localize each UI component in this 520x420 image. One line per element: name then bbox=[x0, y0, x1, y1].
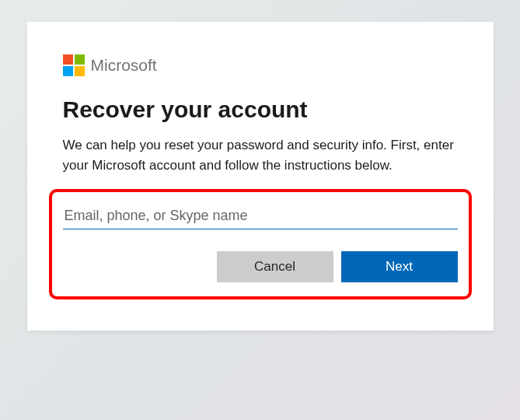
account-input[interactable] bbox=[63, 203, 458, 229]
brand-name: Microsoft bbox=[91, 56, 157, 75]
logo-square-red bbox=[63, 54, 73, 65]
logo-square-green bbox=[75, 54, 85, 65]
brand-row: Microsoft bbox=[63, 54, 458, 76]
signin-card: Microsoft Recover your account We can he… bbox=[27, 22, 494, 331]
button-row: Cancel Next bbox=[63, 251, 458, 282]
page-description: We can help you reset your password and … bbox=[63, 135, 458, 175]
microsoft-logo-icon bbox=[63, 54, 85, 76]
annotation-highlight: Cancel Next bbox=[49, 189, 472, 299]
logo-square-blue bbox=[63, 66, 73, 76]
next-button[interactable]: Next bbox=[341, 251, 458, 282]
page-title: Recover your account bbox=[63, 96, 458, 123]
logo-square-yellow bbox=[75, 66, 85, 76]
cancel-button[interactable]: Cancel bbox=[217, 251, 333, 282]
